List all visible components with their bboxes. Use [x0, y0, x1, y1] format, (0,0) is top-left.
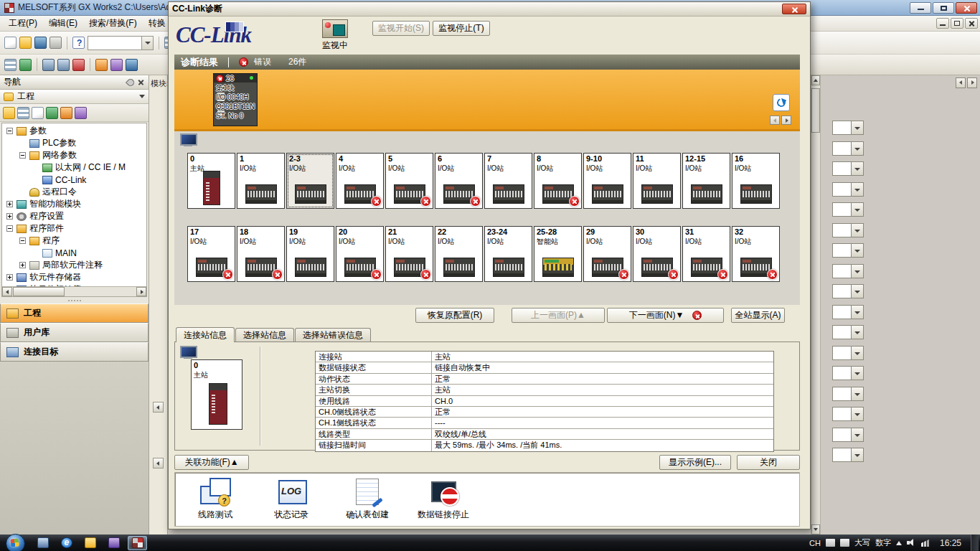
refresh-button[interactable]: [773, 94, 790, 111]
station-box[interactable]: 11 I/O站: [633, 153, 681, 209]
expand-toggle-icon[interactable]: [19, 237, 26, 244]
station-box[interactable]: 30 I/O站: [633, 226, 681, 282]
taskbar-item-media[interactable]: [104, 536, 123, 550]
chevron-down-icon[interactable]: [852, 387, 864, 401]
show-all-stations-button[interactable]: 全站显示(A): [731, 308, 785, 323]
dropdown-cell[interactable]: [832, 448, 864, 462]
menu-convert[interactable]: 转换: [143, 15, 171, 32]
dropdown-cell[interactable]: [832, 366, 864, 380]
station-box[interactable]: 7 I/O站: [484, 153, 532, 209]
previous-module-icon[interactable]: [770, 116, 780, 125]
expand-toggle-icon[interactable]: [6, 128, 13, 134]
dropdown-cell[interactable]: [832, 325, 864, 339]
taskbar-item-gxworks-active[interactable]: [128, 536, 147, 550]
tray-expand-icon[interactable]: [896, 541, 902, 545]
chevron-down-icon[interactable]: [852, 325, 864, 339]
scroll-right-icon[interactable]: [136, 287, 146, 296]
tree-item[interactable]: 网络参数: [2, 149, 146, 161]
menu-project[interactable]: 工程(P): [3, 15, 43, 32]
cell-value[interactable]: [832, 141, 852, 156]
station-box[interactable]: 23-24 I/O站: [484, 226, 532, 282]
monitor-stop-button[interactable]: 监视停止(T): [433, 21, 490, 36]
station-box[interactable]: 18 I/O站: [237, 226, 285, 282]
dropdown-cell[interactable]: [832, 387, 864, 401]
ime-keyboard-icon[interactable]: [826, 539, 835, 547]
dialog-close-button[interactable]: [782, 4, 806, 14]
cell-value[interactable]: [832, 284, 852, 298]
related-functions-button[interactable]: 关联功能(F)▲: [174, 455, 249, 470]
close-panel-icon[interactable]: [137, 78, 145, 86]
tree-item[interactable]: 软元件存储器: [2, 271, 146, 283]
expand-toggle-icon[interactable]: [6, 201, 13, 207]
info-tab[interactable]: 选择站错误信息: [295, 328, 371, 342]
dropdown-cell[interactable]: [832, 305, 864, 319]
station-box[interactable]: 2-3 I/O站: [286, 153, 334, 209]
dropdown-cell[interactable]: [832, 161, 864, 176]
station-box[interactable]: 20 I/O站: [336, 226, 384, 282]
chevron-down-icon[interactable]: [852, 223, 864, 237]
station-box[interactable]: 25-28 智能站: [534, 226, 582, 282]
tree-item[interactable]: 远程口令: [2, 186, 146, 198]
taskbar-item-browser[interactable]: [57, 536, 76, 550]
maximize-button[interactable]: [933, 2, 954, 14]
tree-item[interactable]: MAIN: [2, 247, 146, 259]
mdi-close-button[interactable]: [965, 18, 978, 29]
chevron-down-icon[interactable]: [852, 141, 864, 156]
ime-settings-icon[interactable]: [840, 539, 849, 547]
horizontal-scrollbar[interactable]: [2, 286, 146, 296]
cell-value[interactable]: [832, 407, 852, 421]
open-project-icon[interactable]: [19, 37, 32, 49]
chevron-down-icon[interactable]: [852, 407, 864, 421]
cell-value[interactable]: [832, 366, 852, 380]
ime-language-indicator[interactable]: CH: [809, 539, 821, 547]
scroll-up-icon[interactable]: [811, 75, 820, 85]
station-box[interactable]: 17 I/O站: [187, 226, 235, 282]
expand-toggle-icon[interactable]: [6, 274, 13, 281]
dropdown-cell[interactable]: [832, 264, 864, 278]
network-icon[interactable]: [921, 539, 930, 547]
tree-item[interactable]: CC-Link: [2, 174, 146, 186]
dropdown-cell[interactable]: [832, 182, 864, 197]
cell-value[interactable]: [832, 264, 852, 278]
close-dialog-button[interactable]: 关闭: [737, 455, 800, 470]
selected-station-preview[interactable]: 0 主站: [191, 359, 242, 430]
station-box[interactable]: 22 I/O站: [435, 226, 483, 282]
panel-splitter[interactable]: [0, 297, 149, 303]
tree-item[interactable]: 程序部件: [2, 222, 146, 235]
chevron-down-icon[interactable]: [852, 366, 864, 380]
cell-value[interactable]: [832, 428, 852, 442]
info-tab[interactable]: 选择站信息: [235, 328, 294, 342]
cell-value[interactable]: [832, 346, 852, 360]
expand-toggle-icon[interactable]: [19, 152, 26, 159]
nav-tool-sort-icon[interactable]: [17, 107, 29, 119]
previous-screen-button[interactable]: 上一画面(P)▲: [512, 308, 605, 323]
device-icon[interactable]: [19, 59, 32, 71]
station-box[interactable]: 12-15 I/O站: [682, 153, 730, 209]
tree-item[interactable]: 以太网 / CC IE / M: [2, 161, 146, 174]
tab-scroll-left-icon[interactable]: [956, 77, 966, 88]
scroll-left-icon[interactable]: [153, 402, 164, 413]
ime-caps-indicator[interactable]: 大写: [854, 537, 870, 548]
taskbar-item-window[interactable]: [33, 536, 52, 550]
restore-config-button[interactable]: 恢复原配置(R): [415, 308, 494, 323]
tree-item[interactable]: 程序: [2, 235, 146, 247]
show-desktop-button[interactable]: [971, 534, 979, 551]
minimize-button[interactable]: [910, 2, 931, 14]
tree-item[interactable]: 局部软元件注释: [2, 259, 146, 271]
cell-value[interactable]: [832, 121, 852, 135]
dropdown-cell[interactable]: [832, 121, 864, 135]
chevron-down-icon[interactable]: [852, 305, 864, 319]
chevron-down-icon[interactable]: [852, 202, 864, 217]
expand-toggle-icon[interactable]: [6, 225, 13, 232]
station-box[interactable]: 16 I/O站: [732, 153, 780, 209]
read-plc-icon[interactable]: [126, 59, 138, 71]
tree-item[interactable]: 程序设置: [2, 210, 146, 222]
tree-item[interactable]: 智能功能模块: [2, 198, 146, 210]
station-box[interactable]: 1 I/O站: [237, 153, 285, 209]
nav-tool-folder-icon[interactable]: [3, 107, 15, 119]
mdi-minimize-button[interactable]: [936, 18, 949, 29]
station-box[interactable]: 9-10 I/O站: [583, 153, 631, 209]
chevron-down-icon[interactable]: [852, 182, 864, 197]
station-box[interactable]: 29 I/O站: [583, 226, 631, 282]
ladder-symbol-icon[interactable]: [4, 59, 17, 71]
